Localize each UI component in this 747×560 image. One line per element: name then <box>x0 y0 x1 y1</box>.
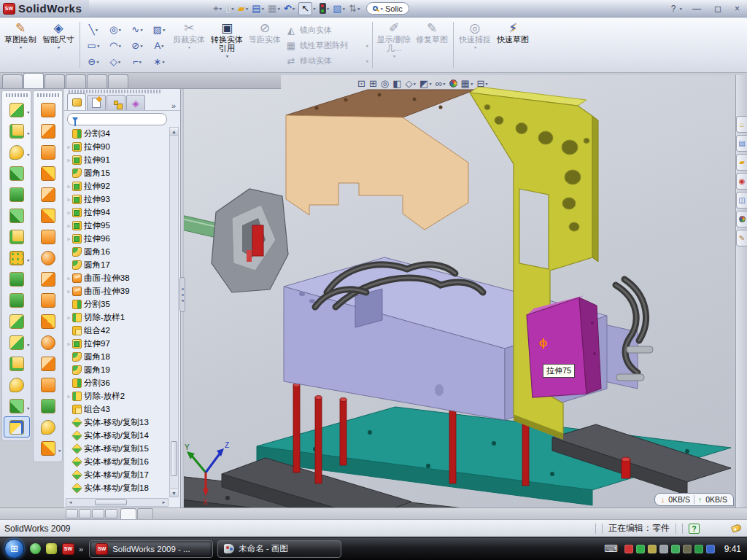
tray-icon[interactable] <box>624 545 633 553</box>
expand-arrow-icon[interactable] <box>66 196 72 203</box>
surface-tool-button[interactable]: ▾ <box>35 438 61 459</box>
task-pane-tab[interactable]: ◫ <box>736 192 747 209</box>
expand-arrow-icon[interactable] <box>66 288 72 295</box>
menu-item[interactable] <box>143 7 159 11</box>
tree-item[interactable]: 圆角19 <box>66 363 169 376</box>
surface-tool-button[interactable]: ▾ <box>35 141 61 163</box>
feature-tool-button[interactable]: ▾ <box>4 289 30 311</box>
rapid-sketch-button[interactable]: ⚡ 快速草图 <box>494 19 532 71</box>
surface-tool-button[interactable]: ▾ <box>35 353 61 374</box>
quickbar-button[interactable]: ▤ ▾ <box>250 3 266 15</box>
surface-tool-button[interactable]: ▾ <box>35 395 61 416</box>
sketch-tool-button[interactable]: ⌐ ▾ <box>126 54 148 70</box>
expand-arrow-icon[interactable] <box>66 144 72 150</box>
sketch-tool-button[interactable]: ⊘ ▾ <box>126 38 148 54</box>
tree-item[interactable]: 实体-移动/复制16 <box>66 455 169 468</box>
quickbar-button[interactable]: ▯ ▾ <box>224 3 236 15</box>
commandmanager-tab[interactable] <box>108 74 128 88</box>
headsup-button[interactable]: ◇ ▾ <box>405 78 416 89</box>
task-pane-tab[interactable]: ✎ <box>736 230 747 246</box>
surface-tool-button[interactable]: ▾ <box>35 289 61 311</box>
tree-horizontal-scrollbar[interactable]: ◂ ▸ <box>66 498 169 507</box>
tree-item[interactable]: 拉伸90 <box>66 140 169 153</box>
feature-tool-button[interactable]: ▾ <box>4 311 30 332</box>
tree-item[interactable]: 组合42 <box>66 324 169 337</box>
task-pane-tab[interactable]: ▤ <box>736 135 747 152</box>
feature-tool-button[interactable]: ▾ <box>4 395 30 416</box>
surface-tool-button[interactable]: ▾ <box>35 416 61 438</box>
menu-item[interactable] <box>127 7 143 11</box>
feature-tool-button[interactable]: ▾ <box>4 332 30 353</box>
3d-model[interactable]: ϕ Y Z X <box>184 75 735 508</box>
tree-item[interactable]: 圆角18 <box>66 350 169 363</box>
sketch-tool-button[interactable]: ∗ ▾ <box>148 54 170 70</box>
display-delete-relations-button[interactable]: ✐ 显示/删除几... ▾ <box>375 19 413 71</box>
tree-item[interactable]: 分割36 <box>66 376 169 389</box>
scroll-right-arrow[interactable]: ▸ <box>160 499 168 505</box>
search-input[interactable]: Solic <box>385 4 403 13</box>
featuremanager-tree-tab[interactable] <box>67 93 86 110</box>
propertymanager-tab[interactable] <box>87 95 106 110</box>
headsup-button[interactable]: ⊞ ▾ <box>369 78 377 89</box>
feature-tool-button[interactable]: ▾ <box>4 141 30 163</box>
commandmanager-tab[interactable] <box>66 74 86 88</box>
surface-tool-button[interactable]: ▾ <box>35 184 61 205</box>
graphics-viewport[interactable]: ϕ Y Z X ⊡ ▾ ⊞ <box>184 75 735 508</box>
headsup-button[interactable]: ◩ ▾ <box>419 78 432 89</box>
quick-snaps-button[interactable]: ◎ 快速捕捉 ▾ <box>456 19 494 71</box>
sketch-tool-button[interactable]: ▭ ▾ <box>82 38 104 54</box>
feature-tool-button[interactable]: ▾ <box>4 374 30 395</box>
scrollbar-thumb[interactable] <box>171 441 177 476</box>
tree-item[interactable]: 拉伸96 <box>66 232 169 245</box>
toolbar-grip[interactable] <box>6 93 28 97</box>
headsup-button[interactable]: ∞ ▾ <box>436 78 446 89</box>
feature-tool-button[interactable]: ▾ <box>4 99 30 120</box>
surface-tool-button[interactable]: ▾ <box>35 226 61 247</box>
tree-item[interactable]: 切除-放样2 <box>66 389 169 402</box>
feature-tool-button[interactable]: ▾ <box>4 120 30 141</box>
task-pane-tab[interactable]: ⌂ <box>736 116 747 133</box>
expand-arrow-icon[interactable] <box>66 393 72 400</box>
commandmanager-tab[interactable] <box>44 74 65 88</box>
top-plate-tan[interactable] <box>286 90 476 230</box>
task-pane-tab[interactable] <box>736 211 747 228</box>
feature-tool-button[interactable]: ▾ <box>4 353 30 374</box>
surface-tool-button[interactable]: ▾ <box>35 332 61 353</box>
feature-tool-button[interactable]: ▾ <box>4 163 30 184</box>
expand-arrow-icon[interactable] <box>66 222 72 229</box>
tree-item[interactable]: 拉伸95 <box>66 219 169 232</box>
tree-item[interactable]: 圆角15 <box>66 166 169 179</box>
quickbar-button[interactable]: ▧ ▾ <box>331 3 347 15</box>
tree-item[interactable]: 拉伸92 <box>66 179 169 192</box>
tree-item[interactable]: 实体-移动/复制18 <box>66 481 169 494</box>
sketch-button[interactable]: ✎ 草图绘制 ▾ <box>1 19 39 71</box>
tree-vertical-scrollbar[interactable]: ▲ ▼ <box>169 127 179 497</box>
commandmanager-tab[interactable] <box>2 74 23 88</box>
surface-tool-button[interactable]: ▾ <box>35 268 61 289</box>
feature-tool-button[interactable]: ▾ <box>4 226 30 247</box>
taskbar-window-button[interactable]: SW SolidWorks 2009 - ... <box>89 540 213 558</box>
stack-button[interactable]: ▦ 线性草图阵列 ▾ <box>284 38 370 53</box>
window-button[interactable]: ? ▾ <box>667 3 684 15</box>
feature-tool-button[interactable]: ▾ <box>4 184 30 205</box>
headsup-button[interactable]: ⊡ ▾ <box>357 78 365 89</box>
stack-button[interactable]: ⇄ 移动实体 ▾ <box>284 53 370 69</box>
sketch-tool-button[interactable]: ◠ ▾ <box>104 38 126 54</box>
downloader-icon[interactable] <box>46 543 57 554</box>
tab-nav-button[interactable] <box>105 509 117 518</box>
repair-sketch-button[interactable]: ✎ 修复草图 <box>413 19 451 71</box>
surface-tool-button[interactable]: ▾ <box>35 99 61 120</box>
tray-icon[interactable] <box>671 545 680 553</box>
tree-item[interactable]: 圆角16 <box>66 245 169 258</box>
sketch-tool-button[interactable]: ⊖ ▾ <box>82 54 104 70</box>
scroll-down-arrow[interactable]: ▼ <box>170 489 178 497</box>
sketch-tool-button[interactable]: ╲ ▾ <box>82 22 104 38</box>
tray-icon[interactable] <box>659 545 668 553</box>
dimxpertmanager-tab[interactable]: ◈ <box>126 95 145 110</box>
expand-arrow-icon[interactable] <box>66 236 72 242</box>
stack-button[interactable]: ◭ 镜向实体 ▾ <box>284 23 370 38</box>
tray-icon[interactable] <box>694 545 703 553</box>
quickbar-button[interactable]: ▦ ▾ <box>266 3 282 15</box>
task-pane-tab[interactable]: ◉ <box>736 173 747 190</box>
tree-item[interactable]: 实体-移动/复制13 <box>66 416 169 429</box>
